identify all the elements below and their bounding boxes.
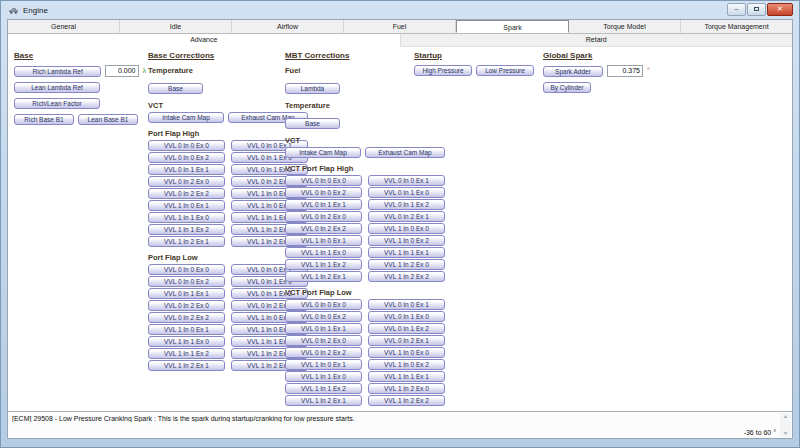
vvl-map-button[interactable]: VVL 0 In 0 Ex 0 — [285, 299, 362, 310]
rich-lambda-value-field[interactable]: 0.000 — [105, 65, 138, 77]
rich-lean-factor-button[interactable]: Rich/Lean Factor — [14, 98, 100, 109]
vvl-map-button[interactable]: VVL 1 In 1 Ex 2 — [285, 383, 362, 394]
vvl-map-button[interactable]: VVL 0 In 2 Ex 2 — [148, 312, 225, 323]
subtab-retard[interactable]: Retard — [400, 34, 793, 47]
vvl-map-button[interactable]: VVL 1 In 2 Ex 1 — [148, 236, 225, 247]
vvl-map-button[interactable]: VVL 1 In 2 Ex 2 — [368, 271, 445, 282]
engine-icon — [8, 1, 19, 19]
tab-torque-model[interactable]: Torque Model — [569, 20, 681, 33]
vvl-map-button[interactable]: VVL 1 In 1 Ex 2 — [285, 259, 362, 270]
scroll-down-icon[interactable]: ▼ — [783, 430, 788, 437]
spark-content: Base Rich Lambda Ref 0.000 λ Lean Lambda… — [8, 47, 792, 411]
lean-lambda-ref-button[interactable]: Lean Lambda Ref — [14, 82, 100, 93]
status-message: [ECM] 29508 - Low Pressure Cranking Spar… — [12, 415, 776, 422]
vvl-map-button[interactable]: VVL 0 In 2 Ex 0 — [148, 176, 225, 187]
window-title: Engine — [23, 6, 48, 15]
low-pressure-button[interactable]: Low Pressure — [476, 65, 534, 76]
spark-adder-value-field[interactable]: 0.375 — [607, 65, 643, 77]
vvl-map-button[interactable]: VVL 0 In 0 Ex 1 — [368, 299, 445, 310]
tab-fuel[interactable]: Fuel — [344, 20, 456, 33]
vvl-map-button[interactable]: VVL 0 In 0 Ex 2 — [148, 276, 225, 287]
vct-port-flap-low-grid: VVL 0 In 0 Ex 0VVL 0 In 0 Ex 1VVL 0 In 0… — [285, 299, 447, 406]
vvl-map-button[interactable]: VVL 1 In 2 Ex 1 — [148, 360, 225, 371]
vvl-map-button[interactable]: VVL 0 In 2 Ex 2 — [285, 223, 362, 234]
vvl-map-button[interactable]: VVL 0 In 1 Ex 1 — [148, 288, 225, 299]
vvl-map-button[interactable]: VVL 1 In 0 Ex 0 — [368, 223, 445, 234]
exhaust-cam-map-button[interactable]: Exhaust Cam Map — [365, 147, 445, 158]
vvl-map-button[interactable]: VVL 1 In 1 Ex 0 — [148, 212, 225, 223]
maximize-button[interactable] — [747, 3, 766, 16]
subtab-advance[interactable]: Advance — [8, 34, 400, 47]
high-pressure-button[interactable]: High Pressure — [414, 65, 472, 76]
spark-adder-button[interactable]: Spark Adder — [543, 66, 603, 77]
vvl-map-button[interactable]: VVL 1 In 0 Ex 2 — [368, 235, 445, 246]
vvl-map-button[interactable]: VVL 1 In 0 Ex 2 — [368, 359, 445, 370]
vvl-map-button[interactable]: VVL 0 In 0 Ex 2 — [285, 187, 362, 198]
vvl-map-button[interactable]: VVL 0 In 1 Ex 1 — [285, 323, 362, 334]
temperature-base-button[interactable]: Base — [148, 83, 203, 94]
vvl-map-button[interactable]: VVL 0 In 0 Ex 2 — [285, 311, 362, 322]
vvl-map-button[interactable]: VVL 0 In 2 Ex 2 — [285, 347, 362, 358]
by-cylinder-button[interactable]: By Cylinder — [543, 82, 591, 93]
vvl-map-button[interactable]: VVL 1 In 1 Ex 0 — [285, 371, 362, 382]
vvl-map-button[interactable]: VVL 1 In 0 Ex 1 — [148, 200, 225, 211]
vvl-map-button[interactable]: VVL 1 In 1 Ex 1 — [368, 247, 445, 258]
vvl-map-button[interactable]: VVL 0 In 1 Ex 1 — [285, 199, 362, 210]
vvl-map-button[interactable]: VVL 0 In 1 Ex 2 — [368, 323, 445, 334]
vvl-map-button[interactable]: VVL 0 In 0 Ex 0 — [148, 140, 225, 151]
vvl-map-button[interactable]: VVL 1 In 1 Ex 2 — [148, 348, 225, 359]
vct-port-flap-high-label: VCT Port Flap High — [285, 164, 447, 173]
vvl-map-button[interactable]: VVL 0 In 2 Ex 1 — [368, 335, 445, 346]
vvl-map-button[interactable]: VVL 1 In 2 Ex 1 — [285, 271, 362, 282]
tab-idle[interactable]: Idle — [120, 20, 232, 33]
tab-torque-management[interactable]: Torque Management — [681, 20, 792, 33]
vvl-map-button[interactable]: VVL 1 In 1 Ex 2 — [148, 224, 225, 235]
vct-label: VCT — [285, 136, 447, 145]
vvl-map-button[interactable]: VVL 1 In 1 Ex 1 — [368, 371, 445, 382]
close-button[interactable]: ✕ — [767, 3, 793, 16]
mbt-corrections-section: MBT Corrections Fuel Lambda Temperature … — [285, 49, 447, 406]
degree-unit-label: ° — [647, 66, 650, 76]
vvl-map-button[interactable]: VVL 0 In 0 Ex 0 — [148, 264, 225, 275]
vvl-map-button[interactable]: VVL 1 In 0 Ex 1 — [285, 359, 362, 370]
temperature-base-button[interactable]: Base — [285, 118, 340, 129]
vvl-map-button[interactable]: VVL 0 In 0 Ex 2 — [148, 152, 225, 163]
vvl-map-button[interactable]: VVL 0 In 1 Ex 0 — [368, 311, 445, 322]
vvl-map-button[interactable]: VVL 1 In 0 Ex 1 — [285, 235, 362, 246]
vvl-map-button[interactable]: VVL 0 In 0 Ex 1 — [368, 175, 445, 186]
vvl-map-button[interactable]: VVL 0 In 0 Ex 0 — [285, 175, 362, 186]
base-section: Base Rich Lambda Ref 0.000 λ Lean Lambda… — [14, 49, 146, 130]
intake-cam-map-button[interactable]: Intake Cam Map — [285, 147, 361, 158]
tab-general[interactable]: General — [8, 20, 120, 33]
vvl-map-button[interactable]: VVL 0 In 2 Ex 1 — [368, 211, 445, 222]
vvl-map-button[interactable]: VVL 0 In 2 Ex 0 — [285, 211, 362, 222]
vvl-map-button[interactable]: VVL 0 In 1 Ex 2 — [368, 199, 445, 210]
vvl-map-button[interactable]: VVL 1 In 2 Ex 0 — [368, 383, 445, 394]
vvl-map-button[interactable]: VVL 1 In 0 Ex 1 — [148, 324, 225, 335]
vvl-map-button[interactable]: VVL 0 In 1 Ex 0 — [368, 187, 445, 198]
status-scrollbar[interactable]: ▲ ▼ — [780, 413, 791, 437]
vvl-map-button[interactable]: VVL 0 In 1 Ex 1 — [148, 164, 225, 175]
vvl-map-button[interactable]: VVL 1 In 1 Ex 0 — [285, 247, 362, 258]
temperature-label: Temperature — [285, 101, 447, 110]
rich-lambda-ref-button[interactable]: Rich Lambda Ref — [14, 66, 101, 77]
global-spark-heading: Global Spark — [543, 51, 705, 60]
vvl-map-button[interactable]: VVL 1 In 1 Ex 0 — [148, 336, 225, 347]
vvl-map-button[interactable]: VVL 1 In 0 Ex 0 — [368, 347, 445, 358]
vvl-map-button[interactable]: VVL 0 In 2 Ex 0 — [285, 335, 362, 346]
vvl-map-button[interactable]: VVL 1 In 2 Ex 2 — [368, 395, 445, 406]
tab-spark[interactable]: Spark — [456, 20, 569, 33]
tab-airflow[interactable]: Airflow — [232, 20, 344, 33]
rich-base-b1-button[interactable]: Rich Base B1 — [14, 114, 74, 125]
fuel-lambda-button[interactable]: Lambda — [285, 83, 340, 94]
scroll-up-icon[interactable]: ▲ — [783, 413, 788, 420]
intake-cam-map-button[interactable]: Intake Cam Map — [148, 112, 224, 123]
app-window: Engine – ✕ General Idle Airflow Fuel Spa… — [0, 0, 800, 448]
lean-base-b1-button[interactable]: Lean Base B1 — [78, 114, 138, 125]
vvl-map-button[interactable]: VVL 1 In 2 Ex 0 — [368, 259, 445, 270]
lambda-unit-label: λ — [143, 66, 147, 76]
vvl-map-button[interactable]: VVL 0 In 2 Ex 2 — [148, 188, 225, 199]
vvl-map-button[interactable]: VVL 0 In 2 Ex 0 — [148, 300, 225, 311]
minimize-button[interactable]: – — [727, 3, 746, 16]
vvl-map-button[interactable]: VVL 1 In 2 Ex 1 — [285, 395, 362, 406]
